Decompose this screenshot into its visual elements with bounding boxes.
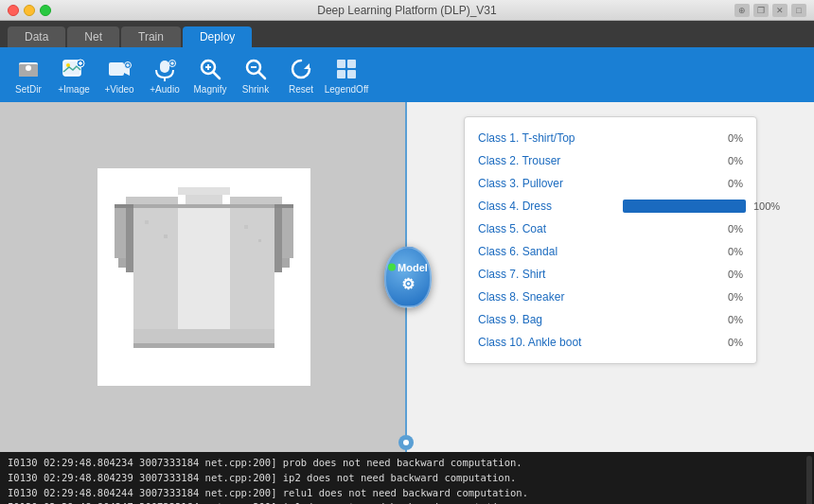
- model-button[interactable]: Model ⚙: [384, 247, 432, 308]
- setdir-label: SetDir: [15, 84, 42, 95]
- image-display: [97, 168, 310, 386]
- result-row[interactable]: Class 6. Sandal0%: [465, 240, 756, 263]
- addvideo-label: +Video: [104, 84, 133, 95]
- addimage-icon: [61, 56, 87, 82]
- result-class-label: Class 8. Sneaker: [478, 290, 615, 304]
- window-controls: ⊕ ❐ ✕ □: [734, 4, 806, 17]
- result-percentage: 0%: [717, 337, 743, 348]
- tab-data[interactable]: Data: [8, 26, 65, 47]
- traffic-lights: [8, 5, 51, 16]
- log-area[interactable]: I0130 02:29:48.804234 3007333184 net.cpp…: [0, 452, 814, 504]
- result-bar-area: [623, 221, 709, 236]
- result-row[interactable]: Class 7. Shirt0%: [465, 263, 756, 286]
- result-percentage: 0%: [717, 132, 743, 144]
- addvideo-icon: [106, 56, 133, 82]
- minimize-button[interactable]: [24, 5, 35, 16]
- result-bar-area: [623, 289, 709, 304]
- result-bar-area: [623, 267, 709, 282]
- result-bar-area: [623, 312, 709, 327]
- result-row[interactable]: Class 1. T-shirt/Top0%: [465, 127, 756, 149]
- result-bar-area: [623, 153, 709, 168]
- svg-marker-26: [304, 63, 310, 69]
- svg-rect-42: [230, 206, 274, 329]
- result-row[interactable]: Class 10. Ankle boot0%: [465, 331, 756, 354]
- result-percentage: 0%: [717, 178, 743, 189]
- magnify-button[interactable]: Magnify: [189, 52, 231, 97]
- svg-rect-30: [347, 70, 356, 78]
- title-bar: Deep Learning Platform (DLP)_V31 ⊕ ❐ ✕ □: [0, 0, 814, 21]
- result-class-label: Class 4. Dress: [478, 200, 615, 213]
- result-row[interactable]: Class 3. Pullover0%: [465, 172, 756, 195]
- tab-net[interactable]: Net: [67, 26, 119, 47]
- svg-rect-14: [160, 61, 169, 73]
- svg-point-2: [26, 65, 31, 71]
- addvideo-button[interactable]: +Video: [98, 52, 140, 97]
- win-ctrl-2[interactable]: ❐: [753, 4, 769, 17]
- result-bar: [623, 200, 746, 213]
- result-percentage: 0%: [717, 269, 743, 280]
- model-gear-icon: ⚙: [401, 275, 415, 293]
- win-ctrl-1[interactable]: ⊕: [734, 4, 750, 17]
- svg-rect-51: [274, 204, 293, 208]
- result-bar-area: [623, 244, 709, 259]
- setdir-icon: [15, 56, 42, 82]
- close-button[interactable]: [8, 5, 19, 16]
- result-percentage: 0%: [717, 314, 743, 325]
- legendoff-icon: [333, 56, 360, 82]
- svg-rect-44: [126, 206, 133, 272]
- divider-dot: [398, 435, 414, 450]
- result-bar-area: [623, 176, 709, 191]
- legendoff-label: LegendOff: [325, 84, 369, 95]
- tab-deploy[interactable]: Deploy: [183, 26, 252, 47]
- addaudio-icon: [151, 56, 178, 82]
- result-percentage: 100%: [753, 200, 780, 212]
- tab-bar: Data Net Train Deploy: [0, 21, 814, 47]
- log-content: I0130 02:29:48.804234 3007333184 net.cpp…: [8, 456, 806, 504]
- result-class-label: Class 10. Ankle boot: [478, 336, 615, 349]
- results-box: Class 1. T-shirt/Top0%Class 2. Trouser0%…: [464, 116, 757, 364]
- svg-rect-47: [164, 235, 168, 238]
- svg-rect-53: [133, 343, 274, 348]
- setdir-button[interactable]: SetDir: [8, 52, 49, 97]
- result-row[interactable]: Class 4. Dress100%: [465, 195, 756, 217]
- result-class-label: Class 5. Coat: [478, 222, 615, 235]
- shrink-label: Shrink: [242, 84, 269, 95]
- svg-rect-50: [115, 204, 133, 208]
- reset-label: Reset: [289, 84, 313, 95]
- result-class-label: Class 7. Shirt: [478, 268, 615, 281]
- result-row[interactable]: Class 5. Coat0%: [465, 217, 756, 240]
- magnify-icon: [197, 56, 223, 82]
- addimage-label: +Image: [58, 84, 90, 95]
- win-ctrl-4[interactable]: □: [791, 4, 806, 17]
- result-row[interactable]: Class 8. Sneaker0%: [465, 286, 756, 308]
- svg-rect-49: [258, 239, 261, 242]
- model-button-content: Model: [388, 262, 428, 273]
- svg-rect-46: [145, 220, 149, 224]
- result-class-label: Class 6. Sandal: [478, 245, 615, 258]
- addimage-button[interactable]: +Image: [53, 52, 95, 97]
- result-row[interactable]: Class 9. Bag0%: [465, 308, 756, 331]
- win-ctrl-3[interactable]: ✕: [772, 4, 787, 17]
- maximize-button[interactable]: [40, 5, 51, 16]
- result-percentage: 0%: [717, 246, 743, 257]
- legendoff-button[interactable]: LegendOff: [326, 52, 367, 97]
- shrink-button[interactable]: Shrink: [235, 52, 276, 97]
- shirt-image: [97, 168, 310, 386]
- result-class-label: Class 2. Trouser: [478, 154, 615, 167]
- addaudio-button[interactable]: +Audio: [144, 52, 186, 97]
- shrink-icon: [242, 56, 269, 82]
- content-area: Model ⚙ Class 1. T-shirt/Top0%Class 2. T…: [0, 102, 814, 452]
- svg-rect-28: [347, 60, 356, 68]
- scroll-bar[interactable]: [806, 456, 812, 504]
- result-class-label: Class 9. Bag: [478, 313, 615, 326]
- result-bar-area: [623, 130, 709, 146]
- tab-train[interactable]: Train: [121, 26, 181, 47]
- model-status-indicator: [388, 264, 396, 271]
- svg-rect-45: [274, 206, 282, 272]
- result-percentage: 0%: [717, 291, 743, 303]
- reset-button[interactable]: Reset: [280, 52, 322, 97]
- reset-icon: [288, 56, 314, 82]
- svg-rect-29: [337, 70, 345, 78]
- svg-rect-40: [133, 206, 178, 329]
- result-row[interactable]: Class 2. Trouser0%: [465, 149, 756, 172]
